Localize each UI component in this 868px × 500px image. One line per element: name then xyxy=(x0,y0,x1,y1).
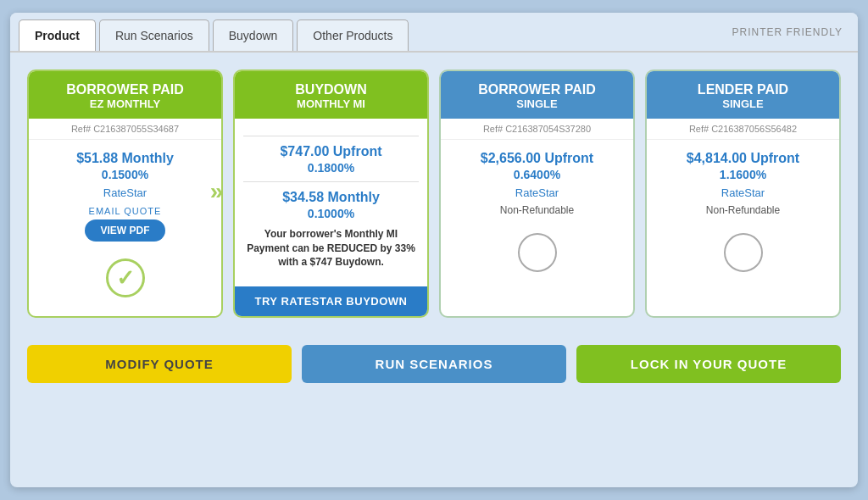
cards-content: BORROWER PAID EZ MONTHLY Ref# C216387055… xyxy=(10,53,858,340)
ratestar-1: RateStar xyxy=(37,186,213,199)
price-secondary-2: $34.58 Monthly xyxy=(243,189,419,207)
price-pct-1: 0.1500% xyxy=(37,168,213,181)
lock-in-quote-button[interactable]: LOCK IN YOUR QUOTE xyxy=(576,345,841,383)
card-borrower-paid-single[interactable]: BORROWER PAID SINGLE Ref# C216387054S372… xyxy=(439,69,635,318)
price-main-4: $4,814.00 Upfront xyxy=(655,150,831,168)
price-main-3: $2,656.00 Upfront xyxy=(449,150,625,168)
run-scenarios-button[interactable]: RUN SCENARIOS xyxy=(302,345,566,383)
check-area-3[interactable] xyxy=(441,226,633,284)
card-title-2: BUYDOWN xyxy=(243,81,419,97)
price-secondary-pct-2: 0.1000% xyxy=(243,207,419,220)
card-header-lender-single: LENDER PAID SINGLE xyxy=(647,71,839,119)
card-ref-4: Ref# C216387056S56482 xyxy=(647,119,839,140)
tab-run-scenarios[interactable]: Run Scenarios xyxy=(99,19,209,51)
radio-select-3[interactable] xyxy=(518,233,557,272)
price-pct-3: 0.6400% xyxy=(449,168,625,181)
card-title-4: LENDER PAID xyxy=(655,81,831,97)
tab-bar: Product Run Scenarios Buydown Other Prod… xyxy=(10,13,858,53)
card-subtitle-4: SINGLE xyxy=(655,97,831,110)
card-ref-3: Ref# C216387054S37280 xyxy=(441,119,633,140)
card-body-4: $4,814.00 Upfront 1.1600% RateStar Non-R… xyxy=(647,140,839,226)
card-title-3: BORROWER PAID xyxy=(449,81,625,97)
try-buydown-button[interactable]: TRY RATESTAR BUYDOWN xyxy=(235,286,427,316)
ratestar-4: RateStar xyxy=(655,186,831,199)
printer-friendly-link[interactable]: PRINTER FRIENDLY xyxy=(732,26,849,38)
price-pct-4: 1.1600% xyxy=(655,168,831,181)
radio-select-4[interactable] xyxy=(724,233,763,272)
check-area-1: ✓ xyxy=(29,252,221,306)
card-body-3: $2,656.00 Upfront 0.6400% RateStar Non-R… xyxy=(441,140,633,226)
tab-buydown[interactable]: Buydown xyxy=(213,19,294,51)
card-ref-1: Ref# C216387055S34687 xyxy=(29,119,221,140)
card-buydown-monthly[interactable]: BUYDOWN MONTHLY MI $747.00 Upfront 0.180… xyxy=(233,69,429,318)
price-main-2: $747.00 Upfront xyxy=(243,143,419,161)
check-area-4[interactable] xyxy=(647,226,839,284)
cards-row: BORROWER PAID EZ MONTHLY Ref# C216387055… xyxy=(27,69,841,318)
card-lender-paid-single[interactable]: LENDER PAID SINGLE Ref# C216387056S56482… xyxy=(645,69,841,318)
view-pdf-button-1[interactable]: VIEW PDF xyxy=(85,219,164,242)
tab-other-products[interactable]: Other Products xyxy=(297,19,409,51)
card-body-1: $51.88 Monthly 0.1500% RateStar EMAIL QU… xyxy=(29,140,221,252)
tab-product[interactable]: Product xyxy=(19,19,96,51)
modify-quote-button[interactable]: MODIFY QUOTE xyxy=(27,345,292,383)
price-pct-2: 0.1800% xyxy=(243,161,419,175)
card-subtitle-2: MONTHLY MI xyxy=(243,97,419,110)
card-header-borrower-paid-ez: BORROWER PAID EZ MONTHLY xyxy=(29,71,221,119)
card-borrower-paid-ez[interactable]: BORROWER PAID EZ MONTHLY Ref# C216387055… xyxy=(27,69,223,318)
email-label-1: EMAIL QUOTE xyxy=(37,206,213,216)
card-title-1: BORROWER PAID xyxy=(37,81,213,97)
card-body-2: $747.00 Upfront 0.1800% $34.58 Monthly 0… xyxy=(235,119,427,286)
card-subtitle-3: SINGLE xyxy=(449,97,625,110)
card-subtitle-1: EZ MONTHLY xyxy=(37,97,213,110)
email-section-1: EMAIL QUOTE VIEW PDF xyxy=(37,206,213,242)
main-container: Product Run Scenarios Buydown Other Prod… xyxy=(10,13,858,487)
card-header-borrower-single: BORROWER PAID SINGLE xyxy=(441,71,633,119)
selected-checkmark-1[interactable]: ✓ xyxy=(106,258,145,297)
card-header-buydown: BUYDOWN MONTHLY MI xyxy=(235,71,427,119)
buydown-promo-text: Your borrower's Monthly MI Payment can b… xyxy=(247,227,415,269)
non-refundable-3: Non-Refundable xyxy=(449,204,625,216)
bottom-buttons: MODIFY QUOTE RUN SCENARIOS LOCK IN YOUR … xyxy=(10,345,858,383)
ratestar-3: RateStar xyxy=(449,186,625,199)
price-main-1: $51.88 Monthly xyxy=(37,150,213,168)
checkmark-icon: ✓ xyxy=(116,267,135,289)
non-refundable-4: Non-Refundable xyxy=(655,204,831,216)
